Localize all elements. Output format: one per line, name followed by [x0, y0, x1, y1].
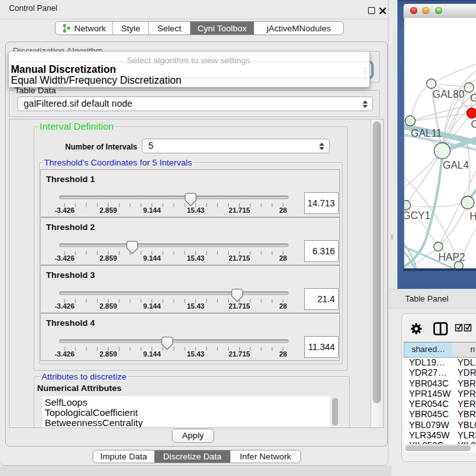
svg-text:2.859: 2.859 — [100, 206, 118, 214]
svg-text:9.144: 9.144 — [143, 206, 161, 214]
svg-text:-3.426: -3.426 — [54, 350, 74, 358]
svg-text:28: 28 — [279, 350, 287, 358]
svg-text:GAL4: GAL4 — [443, 160, 469, 171]
svg-text:-3.426: -3.426 — [54, 254, 74, 262]
svg-text:GCY1: GCY1 — [404, 210, 431, 221]
svg-text:28: 28 — [279, 206, 287, 214]
svg-text:21.715: 21.715 — [229, 254, 250, 262]
svg-text:-3.426: -3.426 — [54, 302, 74, 310]
svg-text:28: 28 — [279, 254, 287, 262]
svg-text:9.144: 9.144 — [143, 254, 161, 262]
svg-text:GAL11: GAL11 — [411, 128, 442, 139]
svg-text:28: 28 — [279, 302, 287, 310]
svg-text:15.43: 15.43 — [187, 350, 204, 358]
svg-text:9.144: 9.144 — [143, 350, 161, 358]
svg-text:21.715: 21.715 — [229, 302, 250, 310]
svg-text:15.43: 15.43 — [187, 254, 204, 262]
svg-text:2.859: 2.859 — [100, 302, 118, 310]
svg-text:21.715: 21.715 — [229, 350, 250, 358]
svg-text:21.715: 21.715 — [229, 206, 250, 214]
svg-text:2.859: 2.859 — [100, 350, 118, 358]
svg-text:HAP2: HAP2 — [438, 252, 465, 263]
svg-text:15.43: 15.43 — [187, 302, 204, 310]
svg-text:15.43: 15.43 — [187, 206, 204, 214]
svg-text:2.859: 2.859 — [100, 254, 118, 262]
svg-text:9.144: 9.144 — [143, 302, 161, 310]
svg-text:GA: GA — [470, 93, 476, 104]
svg-text:-3.426: -3.426 — [54, 206, 74, 214]
svg-text:C: C — [471, 119, 476, 130]
svg-text:GAL80: GAL80 — [433, 89, 464, 100]
svg-text:H: H — [470, 211, 476, 222]
